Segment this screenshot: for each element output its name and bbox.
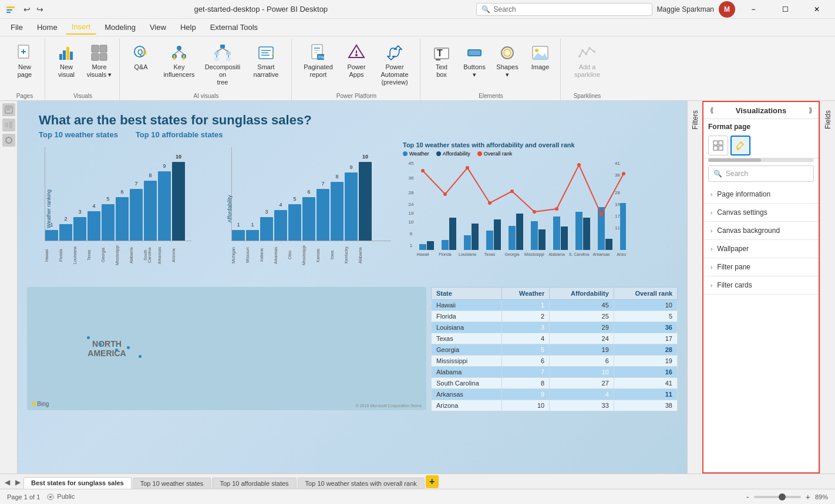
section-header-canvas-settings[interactable]: › Canvas settings <box>703 204 819 221</box>
fields-label[interactable]: Fields <box>821 106 834 134</box>
menu-external-tools[interactable]: External Tools <box>204 21 264 34</box>
svg-rect-8 <box>63 50 66 60</box>
ribbon-key-influencers[interactable]: Keyinfluencers <box>159 41 200 82</box>
ribbon-power-apps[interactable]: PowerApps <box>341 41 372 82</box>
svg-text:Florida: Florida <box>439 252 452 256</box>
panel-expand-arrow[interactable]: ⟫ <box>804 104 816 116</box>
svg-text:Mississippi: Mississippi <box>524 252 544 257</box>
new-page-icon <box>15 43 34 62</box>
svg-text:Hawaii: Hawaii <box>416 252 429 256</box>
panel-collapse-arrow[interactable]: ⟪ <box>706 104 718 116</box>
ribbon-image[interactable]: Image <box>525 41 555 82</box>
tab-next[interactable]: ▶ <box>13 476 22 489</box>
section-header-canvas-bg[interactable]: › Canvas background <box>703 222 819 239</box>
ribbon-text-box[interactable]: T Textbox <box>426 41 457 82</box>
menu-insert[interactable]: Insert <box>66 20 97 35</box>
fields-sidebar[interactable]: Fields <box>820 101 835 473</box>
col-overall: Overall rank <box>614 287 677 300</box>
svg-text:Georgia: Georgia <box>505 252 520 257</box>
tab-weather-states[interactable]: Top 10 weather states <box>133 478 211 489</box>
svg-point-128 <box>737 148 739 150</box>
x-label-3: Louisiana <box>73 242 86 268</box>
svg-point-112 <box>622 172 625 175</box>
ribbon-more-visuals[interactable]: Morevisuals ▾ <box>84 41 115 82</box>
col-weather: Weather <box>502 287 550 300</box>
title-search[interactable]: 🔍 Search <box>476 3 652 16</box>
menu-help[interactable]: Help <box>174 21 202 34</box>
menu-file[interactable]: File <box>5 21 29 34</box>
section-header-page-info[interactable]: › Page information <box>703 185 819 203</box>
filters-sidebar[interactable]: Filters <box>687 101 702 473</box>
svg-line-30 <box>217 48 223 52</box>
bar-afford-4: 4 <box>274 210 287 241</box>
redo-button[interactable]: ↪ <box>34 4 46 15</box>
svg-point-68 <box>6 137 12 143</box>
cell-affordability: 29 <box>550 322 614 333</box>
svg-text:38: 38 <box>615 172 620 178</box>
zoom-slider[interactable] <box>754 496 801 498</box>
zoom-plus[interactable]: + <box>806 492 810 502</box>
undo-button[interactable]: ↩ <box>21 4 33 15</box>
cell-state: Texas <box>432 333 502 344</box>
svg-text:T: T <box>437 48 443 58</box>
menu-bar: File Home Insert Modeling View Help Exte… <box>0 19 835 36</box>
user-avatar[interactable]: M <box>719 1 735 18</box>
zoom-minus[interactable]: - <box>746 492 749 502</box>
svg-rect-126 <box>719 146 723 150</box>
cell-weather: 5 <box>502 344 550 356</box>
menu-modeling[interactable]: Modeling <box>99 21 142 34</box>
svg-rect-83 <box>419 244 426 250</box>
bar-weather-1: 1 <box>45 230 58 241</box>
ribbon-paginated-report[interactable]: PAG Paginatedreport <box>298 41 339 82</box>
tab-prev[interactable]: ◀ <box>2 476 12 489</box>
ribbon-group-power-platform: PAG Paginatedreport PowerApps <box>293 39 420 100</box>
x-label-5: Georgia <box>101 242 114 268</box>
minimize-button[interactable]: − <box>740 0 767 19</box>
panel-search[interactable]: 🔍 Search <box>708 165 814 182</box>
filters-label[interactable]: Filters <box>689 106 702 134</box>
svg-rect-96 <box>561 226 568 250</box>
svg-point-106 <box>488 201 491 205</box>
decomposition-tree-icon <box>213 43 232 62</box>
chevron-page-info: › <box>711 191 712 198</box>
key-influencers-icon <box>170 43 188 62</box>
format-icon-paintbrush[interactable] <box>730 136 750 155</box>
cell-overall: 10 <box>614 300 677 311</box>
menu-home[interactable]: Home <box>31 21 63 34</box>
col-state: State <box>432 287 502 300</box>
tab-add-button[interactable]: + <box>426 475 439 488</box>
ribbon-shapes[interactable]: Shapes ▾ <box>492 41 523 82</box>
svg-rect-1 <box>6 6 15 8</box>
cell-weather: 3 <box>502 322 550 333</box>
ribbon-qa[interactable]: Q & Q&A <box>126 41 156 82</box>
sparklines-group-label: Sparklines <box>567 92 608 100</box>
format-icon-grid[interactable] <box>708 136 728 155</box>
section-header-wallpaper[interactable]: › Wallpaper <box>703 240 819 258</box>
maximize-button[interactable]: ☐ <box>772 0 799 19</box>
ribbon-buttons[interactable]: Buttons ▾ <box>459 41 490 82</box>
tab-affordable-states[interactable]: Top 10 affordable states <box>212 478 296 489</box>
ribbon-power-automate[interactable]: Power Automate(preview) <box>374 41 415 89</box>
legend-overall: Overall rank <box>477 151 513 157</box>
close-button[interactable]: ✕ <box>803 0 830 19</box>
menu-view[interactable]: View <box>144 21 172 34</box>
svg-rect-86 <box>449 218 456 250</box>
ribbon-new-visual[interactable]: Newvisual <box>51 41 82 82</box>
title-bar: ↩ ↪ get-started-desktop - Power BI Deskt… <box>0 0 835 19</box>
section-header-filter-pane[interactable]: › Filter pane <box>703 258 819 276</box>
section-header-filter-cards[interactable]: › Filter cards <box>703 276 819 294</box>
svg-text:Alabama: Alabama <box>548 252 565 256</box>
ribbon-add-sparkline[interactable]: Add asparkline <box>567 41 608 82</box>
ribbon-new-page[interactable]: Newpage <box>9 41 40 82</box>
tab-best-states[interactable]: Best states for sunglass sales <box>23 477 132 489</box>
cell-state: Florida <box>432 311 502 322</box>
bar-afford-9: 9 <box>345 172 358 241</box>
tab-overall-rank[interactable]: Top 10 weather states with overall rank <box>298 478 425 489</box>
ribbon-smart-narrative[interactable]: Smartnarrative <box>245 41 287 82</box>
tabs-bar: ◀ ▶ Best states for sunglass sales Top 1… <box>0 473 835 489</box>
svg-point-108 <box>533 210 536 214</box>
svg-rect-28 <box>214 57 219 61</box>
cell-weather: 4 <box>502 333 550 344</box>
ribbon-decomposition-tree[interactable]: Decompositiontree <box>202 41 243 89</box>
cell-state: South Carolina <box>432 378 502 389</box>
